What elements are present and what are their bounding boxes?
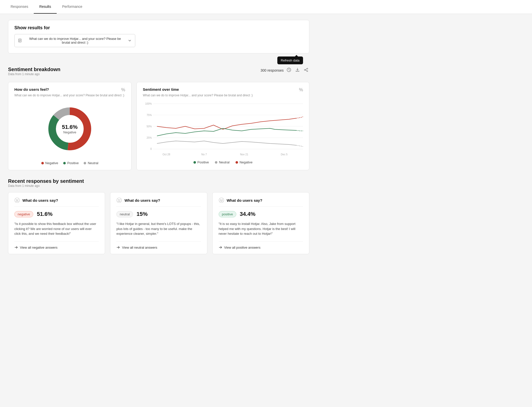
response-card-header-neutral: What do users say?	[116, 197, 201, 207]
charts-row: How do users feel? % What can we do to i…	[8, 82, 309, 170]
svg-point-37	[222, 199, 222, 200]
line-legend-positive: Positive	[193, 160, 209, 164]
line-subtitle: What can we do to improve Hotjar... and …	[143, 94, 303, 97]
recent-subtitle: Data from 1 minute ago	[8, 184, 309, 188]
sentiment-breakdown-title: Sentiment breakdown	[8, 67, 60, 72]
response-card-title-negative: What do users say?	[22, 198, 58, 202]
svg-point-33	[120, 199, 120, 200]
response-card-neutral: What do users say? neutral 15% "I like H…	[110, 192, 207, 254]
svg-point-30	[18, 199, 18, 200]
positive-dot	[63, 162, 66, 164]
share-icon	[304, 68, 308, 72]
recent-responses-section: Recent responses by sentiment Data from …	[8, 178, 309, 254]
history-icon	[287, 68, 291, 72]
svg-point-35	[219, 198, 224, 203]
response-card-title-positive: What do users say?	[227, 198, 262, 202]
legend-positive-label: Positive	[67, 161, 79, 165]
arrow-right-icon-3	[219, 246, 222, 249]
section-actions: 300 responses	[260, 67, 309, 74]
donut-pct-toggle[interactable]: %	[121, 87, 125, 93]
share-button[interactable]	[303, 67, 309, 74]
neutral-quote: "I like Hotjar in general, but there's L…	[116, 221, 201, 236]
donut-chart: 51.6% Negative	[45, 104, 95, 154]
legend-neutral-label: Neutral	[88, 161, 98, 165]
legend-negative-label: Negative	[45, 161, 58, 165]
tab-responses[interactable]: Responses	[5, 0, 34, 14]
svg-point-29	[16, 199, 17, 200]
donut-chart-card: How do users feel? % What can we do to i…	[8, 82, 131, 170]
donut-legend: Negative Positive Neutral	[41, 161, 98, 165]
recent-grid: What do users say? negative 51.6% "Is it…	[8, 192, 309, 254]
document-icon	[18, 39, 22, 43]
line-legend-positive-label: Positive	[197, 160, 209, 164]
donut-svg	[45, 104, 95, 154]
positive-pct: 34.4%	[240, 211, 255, 217]
svg-point-28	[15, 198, 20, 203]
show-results-card: Show results for What can we do to impro…	[8, 20, 309, 53]
legend-item-negative: Negative	[41, 161, 58, 165]
show-results-title: Show results for	[14, 25, 303, 31]
line-negative-dot	[236, 161, 238, 164]
tab-performance[interactable]: Performance	[57, 0, 88, 14]
arrow-right-icon	[14, 246, 18, 249]
line-card-header: Sentiment over time %	[143, 87, 303, 93]
responses-count: 300 responses	[260, 68, 284, 72]
svg-point-5	[307, 68, 308, 69]
line-legend-neutral-label: Neutral	[219, 160, 229, 164]
sentiment-breakdown-subtitle: Data from 1 minute ago	[8, 72, 60, 76]
download-icon	[295, 68, 300, 72]
view-neutral-link[interactable]: View all neutral answers	[116, 241, 201, 249]
dropdown-value: What can we do to improve Hotjar... and …	[25, 37, 125, 44]
question-dropdown[interactable]: What can we do to improve Hotjar... and …	[14, 34, 135, 47]
svg-text:0: 0	[150, 147, 152, 150]
svg-point-32	[118, 199, 119, 200]
line-chart-card: Sentiment over time % What can we do to …	[137, 82, 309, 170]
legend-item-positive: Positive	[63, 161, 79, 165]
view-negative-label: View all negative answers	[20, 246, 57, 249]
svg-text:25%: 25%	[147, 136, 152, 139]
negative-pct: 51.6%	[37, 211, 52, 217]
download-button[interactable]	[294, 67, 301, 74]
view-negative-link[interactable]: View all negative answers	[14, 241, 99, 249]
view-positive-link[interactable]: View all positive answers	[219, 241, 303, 249]
response-card-positive: What do users say? positive 34.4% "It is…	[212, 192, 309, 254]
svg-point-31	[117, 198, 122, 203]
line-chart-container: 100% 75% 50% 25% 0 Oct 28 No 7 Nov 21 De…	[143, 101, 303, 164]
refresh-data-tooltip[interactable]: Refresh data	[277, 56, 303, 64]
line-positive-dot	[193, 161, 196, 164]
neutral-pct: 15%	[137, 211, 148, 217]
negative-face-icon	[14, 197, 20, 203]
badge-negative: negative	[14, 211, 33, 217]
tabs-bar: Responses Results Performance	[0, 0, 532, 14]
sentiment-breakdown-section: Sentiment breakdown Data from 1 minute a…	[8, 67, 309, 254]
line-chart-svg: 100% 75% 50% 25% 0 Oct 28 No 7 Nov 21 De…	[143, 101, 303, 157]
legend-item-neutral: Neutral	[84, 161, 98, 165]
arrow-right-icon-2	[116, 246, 120, 249]
positive-face-icon	[219, 197, 224, 203]
svg-line-8	[305, 69, 307, 70]
negative-quote: "Is it possible to show this feedback bo…	[14, 221, 99, 236]
svg-point-7	[307, 71, 308, 72]
line-pct-toggle[interactable]: %	[299, 87, 303, 93]
view-neutral-label: View all neutral answers	[122, 246, 157, 249]
svg-text:50%: 50%	[147, 125, 152, 128]
section-title-group: Sentiment breakdown Data from 1 minute a…	[8, 67, 60, 80]
section-header: Sentiment breakdown Data from 1 minute a…	[8, 67, 309, 80]
line-chart-legend: Positive Neutral Negative	[143, 160, 303, 164]
response-card-title-neutral: What do users say?	[124, 198, 160, 202]
positive-quote: "It is so easy to install Hotjar. Also, …	[219, 221, 303, 236]
negative-dot	[41, 162, 44, 164]
line-title: Sentiment over time	[143, 87, 179, 92]
donut-container: 51.6% Negative Negative Positive	[14, 101, 125, 165]
tab-results[interactable]: Results	[34, 0, 57, 14]
svg-text:100%: 100%	[145, 102, 152, 105]
line-neutral-dot	[215, 161, 217, 164]
view-positive-label: View all positive answers	[224, 246, 260, 249]
history-button[interactable]	[286, 67, 292, 74]
line-legend-negative-label: Negative	[240, 160, 252, 164]
response-card-negative: What do users say? negative 51.6% "Is it…	[8, 192, 105, 254]
neutral-dot	[84, 162, 86, 164]
svg-text:75%: 75%	[147, 113, 152, 117]
donut-subtitle: What can we do to improve Hotjar... and …	[14, 94, 125, 97]
svg-text:Oct 28: Oct 28	[162, 153, 170, 156]
